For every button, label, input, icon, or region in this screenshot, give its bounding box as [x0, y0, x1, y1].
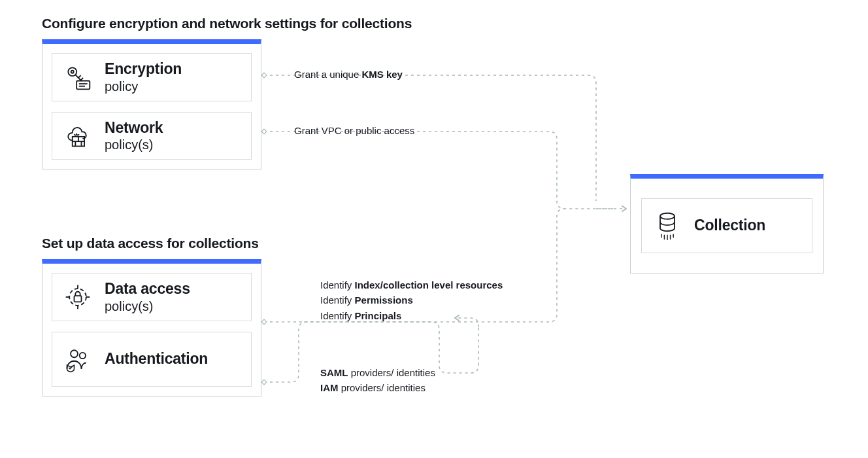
encryption-title: Encryption	[105, 60, 182, 79]
section1-group: Encryption policy Network polic	[42, 39, 261, 169]
lock-target-icon	[63, 282, 93, 312]
svg-rect-2	[76, 80, 90, 89]
network-policy-card: Network policy(s)	[52, 112, 252, 160]
encryption-sub: policy	[105, 79, 182, 94]
svg-point-0	[68, 67, 76, 76]
collection-card: Collection	[641, 198, 812, 253]
section2-group: Data access policy(s) Authentication	[42, 259, 261, 396]
data-access-title: Data access	[105, 280, 190, 298]
encryption-policy-card: Encryption policy	[52, 53, 252, 101]
authentication-card: Authentication	[52, 332, 252, 387]
diagram-canvas: Configure encryption and network setting…	[0, 0, 868, 458]
svg-rect-11	[75, 296, 82, 302]
key-icon	[63, 62, 93, 92]
svg-point-18	[660, 213, 675, 219]
firewall-cloud-icon	[63, 120, 93, 150]
identify-notes: Identify Index/collection level resource…	[320, 277, 503, 323]
kms-note: Grant a unique KMS key	[294, 67, 403, 82]
network-title: Network	[105, 119, 163, 137]
data-access-sub: policy(s)	[105, 298, 190, 314]
users-shield-icon	[63, 344, 93, 374]
collection-title: Collection	[694, 217, 765, 235]
svg-point-17	[80, 353, 86, 359]
authentication-title: Authentication	[105, 350, 208, 368]
svg-point-16	[71, 350, 78, 357]
section2-heading: Set up data access for collections	[42, 236, 259, 251]
section1-heading: Configure encryption and network setting…	[42, 16, 412, 31]
svg-point-1	[71, 71, 74, 73]
collection-group: Collection	[630, 174, 824, 273]
network-sub: policy(s)	[105, 137, 163, 152]
auth-provider-notes: SAML providers/ identities IAM providers…	[320, 365, 435, 396]
database-icon	[652, 211, 682, 241]
vpc-note: Grant VPC or public access	[294, 123, 414, 138]
data-access-policy-card: Data access policy(s)	[52, 273, 252, 321]
